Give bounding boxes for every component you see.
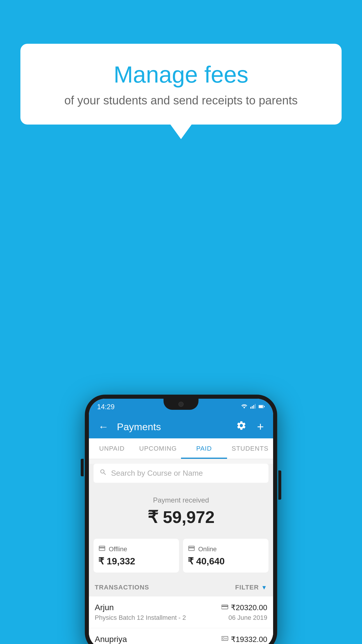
notch-camera bbox=[178, 402, 184, 407]
tx-payment-icon bbox=[222, 604, 229, 611]
tx-cash-icon bbox=[222, 636, 229, 643]
status-icons bbox=[241, 404, 265, 410]
svg-rect-5 bbox=[264, 406, 265, 407]
offline-icon bbox=[98, 545, 106, 554]
tx-top-row: Arjun ₹20320.00 bbox=[95, 603, 267, 612]
search-icon bbox=[99, 468, 107, 478]
signal-icon bbox=[250, 404, 256, 410]
svg-rect-0 bbox=[250, 407, 251, 409]
tab-upcoming[interactable]: UPCOMING bbox=[135, 438, 181, 459]
settings-button[interactable] bbox=[234, 418, 249, 435]
tx-name: Arjun bbox=[95, 603, 114, 612]
speech-bubble: Manage fees of your students and send re… bbox=[20, 44, 342, 125]
payment-cards: Offline ₹ 19,332 Online bbox=[89, 539, 273, 578]
tab-unpaid[interactable]: UNPAID bbox=[89, 438, 135, 459]
online-card-header: Online bbox=[188, 545, 264, 554]
tx-amount-2: ₹19332.00 bbox=[231, 635, 267, 644]
filter-button[interactable]: FILTER ▼ bbox=[235, 584, 267, 591]
svg-rect-10 bbox=[222, 638, 224, 639]
transactions-label: TRANSACTIONS bbox=[95, 584, 149, 591]
phone-device: 14:29 bbox=[85, 395, 277, 644]
offline-card-header: Offline bbox=[98, 545, 174, 554]
tx-amount-wrap-2: ₹19332.00 bbox=[222, 635, 267, 644]
battery-icon bbox=[259, 404, 265, 410]
add-button[interactable]: + bbox=[255, 418, 266, 436]
tab-bar: UNPAID UPCOMING PAID STUDENTS bbox=[89, 438, 273, 459]
transaction-row-partial[interactable]: Anupriya ₹19332.00 bbox=[89, 628, 273, 644]
offline-amount: ₹ 19,332 bbox=[98, 556, 174, 567]
tx-amount-wrap: ₹20320.00 bbox=[222, 603, 267, 612]
tab-paid[interactable]: PAID bbox=[181, 438, 227, 459]
tx-bottom-row: Physics Batch 12 Installment - 2 06 June… bbox=[95, 614, 267, 622]
online-payment-card: Online ₹ 40,640 bbox=[183, 539, 268, 573]
phone-outer-shell: 14:29 bbox=[85, 395, 277, 644]
tab-students[interactable]: STUDENTS bbox=[227, 438, 273, 459]
online-icon bbox=[188, 545, 195, 554]
payment-total-amount: ₹ 59,972 bbox=[95, 507, 267, 527]
app-bar: ← Payments + bbox=[89, 415, 273, 438]
wifi-icon bbox=[241, 404, 247, 410]
svg-rect-8 bbox=[222, 606, 228, 607]
payment-summary: Payment received ₹ 59,972 bbox=[89, 487, 273, 539]
online-label: Online bbox=[198, 545, 217, 553]
bubble-subtitle: of your students and send receipts to pa… bbox=[44, 94, 318, 107]
filter-icon: ▼ bbox=[261, 584, 267, 591]
svg-rect-3 bbox=[255, 404, 256, 409]
phone-screen: 14:29 bbox=[89, 399, 273, 644]
svg-rect-6 bbox=[259, 405, 263, 408]
back-button[interactable]: ← bbox=[96, 418, 111, 435]
tx-date: 06 June 2019 bbox=[229, 614, 267, 622]
tx-amount: ₹20320.00 bbox=[231, 603, 267, 612]
tx-top-row-2: Anupriya ₹19332.00 bbox=[95, 635, 267, 644]
search-bar[interactable]: Search by Course or Name bbox=[94, 464, 268, 483]
offline-payment-card: Offline ₹ 19,332 bbox=[94, 539, 179, 573]
svg-rect-1 bbox=[252, 406, 253, 409]
transaction-row[interactable]: Arjun ₹20320.00 Physics bbox=[89, 596, 273, 628]
phone-notch bbox=[164, 399, 198, 410]
search-placeholder: Search by Course or Name bbox=[111, 469, 203, 478]
transactions-header: TRANSACTIONS FILTER ▼ bbox=[89, 578, 273, 596]
payment-received-label: Payment received bbox=[95, 496, 267, 504]
offline-label: Offline bbox=[109, 545, 127, 553]
tx-course: Physics Batch 12 Installment - 2 bbox=[95, 614, 186, 622]
tx-name-2: Anupriya bbox=[95, 635, 127, 644]
online-amount: ₹ 40,640 bbox=[188, 556, 264, 567]
speech-bubble-container: Manage fees of your students and send re… bbox=[20, 44, 342, 125]
main-content: Search by Course or Name Payment receive… bbox=[89, 464, 273, 644]
svg-rect-2 bbox=[253, 405, 254, 409]
svg-rect-7 bbox=[222, 605, 228, 609]
bubble-title: Manage fees bbox=[44, 61, 318, 88]
app-title: Payments bbox=[117, 421, 228, 433]
status-time: 14:29 bbox=[97, 403, 115, 411]
